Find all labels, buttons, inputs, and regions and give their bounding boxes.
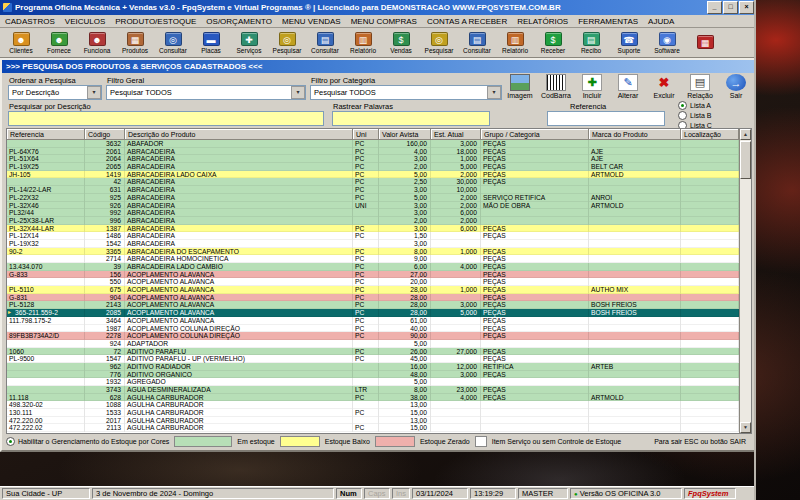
table-row[interactable]: 42 ABRACADEIRA PC 2,50 30,000 PEÇAS bbox=[7, 178, 739, 186]
column-header[interactable]: Referencia bbox=[7, 129, 85, 140]
search-description-input[interactable] bbox=[8, 111, 324, 126]
toolbar-button[interactable]: $ Receber bbox=[534, 28, 572, 57]
table-row[interactable]: PL-19X25 2065 ABRACADEIRA PC 2,00 5,000 … bbox=[7, 163, 739, 171]
table-row[interactable]: 550 ACOPLAMENTO ALAVANCA PC 20,00 PEÇAS bbox=[7, 278, 739, 286]
menu-item[interactable]: CADASTROS bbox=[0, 17, 60, 26]
table-row[interactable]: PL-32X46 926 ABRACADEIRA UNI 3,00 2,000 … bbox=[7, 202, 739, 210]
action-button[interactable]: Alterar bbox=[610, 74, 646, 99]
table-row[interactable]: 13.434.070 39 ABRACADEIRA LADO CAMBIO PC… bbox=[7, 263, 739, 271]
column-header[interactable]: Localização bbox=[681, 129, 739, 140]
toolbar-button[interactable]: ☻ Funciona bbox=[78, 28, 116, 57]
menu-item[interactable]: MENU VENDAS bbox=[277, 17, 346, 26]
table-row[interactable]: PL-19X32 1542 ABRACADEIRA 3,00 bbox=[7, 240, 739, 248]
toolbar-button[interactable]: ✚ Serviços bbox=[230, 28, 268, 57]
cell-valor: 160,00 bbox=[379, 140, 431, 148]
table-row[interactable]: 1932 AGREGADO 5,00 bbox=[7, 378, 739, 386]
table-row[interactable]: PL-5128 2143 ACOPLAMENTO ALAVANCA PC 28,… bbox=[7, 301, 739, 309]
action-button[interactable]: CodBarra bbox=[538, 74, 574, 99]
table-row[interactable]: 776 ADITIVO ORGANICO 48,00 3,000 PEÇAS bbox=[7, 371, 739, 379]
order-select[interactable]: Por Descrição ▾ bbox=[8, 85, 102, 100]
toolbar-button[interactable]: ▤ Consultar bbox=[458, 28, 496, 57]
action-button[interactable]: Imagem bbox=[502, 74, 538, 99]
table-row[interactable]: 472.220.00 2017 AGULHA CARBURADOR 13,00 bbox=[7, 417, 739, 425]
table-row[interactable]: PL-5110 675 ACOPLAMENTO ALAVANCA PC 28,0… bbox=[7, 286, 739, 294]
toolbar-button[interactable]: $ Vendas bbox=[382, 28, 420, 57]
table-row[interactable]: 2714 ABRACADEIRA HOMOCINETICA PC 9,00 PE… bbox=[7, 255, 739, 263]
table-row[interactable]: 90-2 3365 ABRACADEIRA DO ESCAPAMENTO PC … bbox=[7, 248, 739, 256]
table-row[interactable]: 89FB3B734A2/D 2278 ACOPLAMENTO COLUNA DI… bbox=[7, 332, 739, 340]
table-row[interactable]: 1060 72 ADITIVO PARAFLU PC 26,00 27,000 … bbox=[7, 348, 739, 356]
toolbar-button[interactable]: ▬ Placas bbox=[192, 28, 230, 57]
action-button[interactable]: Excluir bbox=[646, 74, 682, 99]
column-header[interactable]: Uni bbox=[353, 129, 379, 140]
table-row[interactable]: PL-14/22-LAR 631 ABRACADEIRA PC 3,00 10,… bbox=[7, 186, 739, 194]
menu-item[interactable]: PRODUTO/ESTOQUE bbox=[110, 17, 201, 26]
toolbar-button[interactable]: ☻ Fornece bbox=[40, 28, 78, 57]
toolbar-button[interactable]: ▤ Recibo bbox=[572, 28, 610, 57]
column-header[interactable]: Grupo / Categoria bbox=[481, 129, 589, 140]
toolbar-button[interactable]: ▦ Produtos bbox=[116, 28, 154, 57]
table-row[interactable]: PL32/44 992 ABRACADEIRA 3,00 6,000 bbox=[7, 209, 739, 217]
table-row[interactable]: JH-105 1419 ABRACADEIRA LADO CAIXA PC 5,… bbox=[7, 171, 739, 179]
toolbar-button[interactable]: ▥ Relatório bbox=[496, 28, 534, 57]
column-header[interactable]: Código bbox=[85, 129, 125, 140]
menu-item[interactable]: OS/ORÇAMENTO bbox=[201, 17, 277, 26]
column-header[interactable]: Est. Atual bbox=[431, 129, 481, 140]
column-header[interactable]: Descrição do Produto bbox=[125, 129, 353, 140]
table-row[interactable]: 924 ADAPTADOR 5,00 bbox=[7, 340, 739, 348]
table-row[interactable]: PL-22X32 925 ABRACADEIRA PC 5,00 2,000 S… bbox=[7, 194, 739, 202]
toolbar-button[interactable]: ☻ Clientes bbox=[2, 28, 40, 57]
table-row[interactable]: G-833 156 ACOPLAMENTO ALAVANCA PC 27,00 … bbox=[7, 271, 739, 279]
reference-input[interactable] bbox=[547, 111, 665, 126]
column-header[interactable]: Valor Avista bbox=[379, 129, 431, 140]
table-row[interactable]: 472.222.02 2113 AGULHA CARBURADOR PC 15,… bbox=[7, 424, 739, 432]
toolbar-button[interactable]: ◎ Pesquisar bbox=[420, 28, 458, 57]
menu-item[interactable]: CONTAS A RECEBER bbox=[422, 17, 512, 26]
menu-item[interactable]: VEICULOS bbox=[60, 17, 110, 26]
table-row[interactable]: PL-25X38-LAR 996 ABRACADEIRA 2,00 2,000 bbox=[7, 217, 739, 225]
track-words-input[interactable] bbox=[332, 111, 490, 126]
action-button[interactable]: Incluir bbox=[574, 74, 610, 99]
scroll-up-icon[interactable]: ▲ bbox=[740, 129, 751, 140]
category-filter-select[interactable]: Pesquisar TODOS ▾ bbox=[310, 85, 502, 100]
table-row[interactable]: 130.111 1533 AGULHA CARBURADOR PC 15,00 bbox=[7, 409, 739, 417]
toolbar-button[interactable]: ◎ Consultar bbox=[154, 28, 192, 57]
table-row[interactable]: 3743 AGUA DESMINERALIZADA LTR 8,00 23,00… bbox=[7, 386, 739, 394]
close-icon[interactable]: × bbox=[739, 1, 754, 14]
menu-item[interactable]: MENU COMPRAS bbox=[346, 17, 422, 26]
maximize-icon[interactable]: □ bbox=[723, 1, 738, 14]
general-filter-select[interactable]: Pesquisar TODOS ▾ bbox=[106, 85, 306, 100]
toolbar-button[interactable]: ◉ Software bbox=[648, 28, 686, 57]
table-row[interactable]: PL-32X44-LAR 1387 ABRACADEIRA PC 3,00 6,… bbox=[7, 225, 739, 233]
column-header[interactable]: Marca do Produto bbox=[589, 129, 681, 140]
table-row[interactable]: 962 ADITIVO RADIADOR 16,00 12,000 RETIFI… bbox=[7, 363, 739, 371]
action-button[interactable]: Sair bbox=[718, 74, 754, 99]
toolbar-button[interactable]: ▥ Relatório bbox=[344, 28, 382, 57]
table-row[interactable]: G-831 904 ACOPLAMENTO ALAVANCA PC 28,00 … bbox=[7, 294, 739, 302]
toolbar-button[interactable]: ◎ Pesquisar bbox=[268, 28, 306, 57]
list-radio[interactable]: Lista A bbox=[678, 101, 712, 110]
minimize-icon[interactable]: _ bbox=[707, 1, 722, 14]
scroll-down-icon[interactable]: ▼ bbox=[740, 422, 751, 433]
table-row[interactable]: 1987 ACOPLAMENTO COLUNA DIREÇÃO PC 40,00… bbox=[7, 325, 739, 333]
table-row[interactable]: PL-51X64 2064 ABRACADEIRA PC 3,00 1,000 … bbox=[7, 155, 739, 163]
menu-item[interactable]: AJUDA bbox=[643, 17, 679, 26]
table-row[interactable]: PL-12X14 1486 ABRACADEIRA PC 1,50 PEÇAS bbox=[7, 232, 739, 240]
table-row[interactable]: 111.798.175-2 3464 ACOPLAMENTO ALAVANCA … bbox=[7, 317, 739, 325]
list-radio[interactable]: Lista B bbox=[678, 111, 712, 120]
menu-item[interactable]: FERRAMENTAS bbox=[573, 17, 643, 26]
table-row[interactable]: 365-211.559-2 2085 ACOPLAMENTO ALAVANCA … bbox=[7, 309, 739, 317]
vertical-scrollbar[interactable]: ▲ ▼ bbox=[739, 129, 751, 433]
toolbar-button[interactable]: ▤ Consultar bbox=[306, 28, 344, 57]
table-row[interactable]: PL-9500 1547 ADITIVO PARAFLU - UP (VERME… bbox=[7, 355, 739, 363]
menu-item[interactable]: RELATÓRIOS bbox=[512, 17, 573, 26]
enable-colors-radio[interactable]: Habilitar o Gerenciamento do Estoque por… bbox=[6, 437, 169, 446]
table-row[interactable]: PL-64X76 2061 ABRACADEIRA PC 4,00 18,000… bbox=[7, 148, 739, 156]
table-row[interactable]: 3632 ABAFADOR PC 160,00 3,000 PEÇAS bbox=[7, 140, 739, 148]
scroll-thumb[interactable] bbox=[740, 141, 751, 179]
action-button[interactable]: Relação bbox=[682, 74, 718, 99]
toolbar-button[interactable]: ▦ bbox=[686, 28, 724, 57]
toolbar-button[interactable]: ☎ Suporte bbox=[610, 28, 648, 57]
table-row[interactable]: 498.320-02 1088 AGULHA CARBURADOR 13,00 bbox=[7, 401, 739, 409]
table-row[interactable]: 11.118 628 AGULHA CARBURADOR PC 38,00 4,… bbox=[7, 394, 739, 402]
